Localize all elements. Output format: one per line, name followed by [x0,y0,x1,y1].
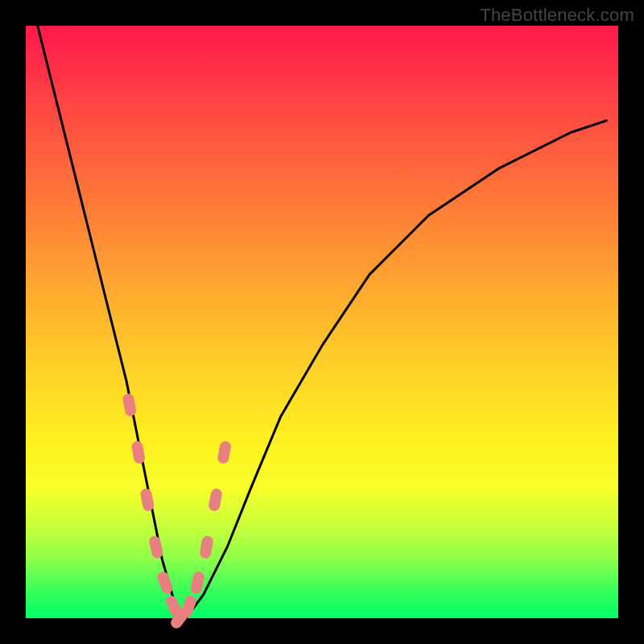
plot-area [26,26,618,618]
highlight-marker [189,571,205,596]
highlight-marker [122,393,137,417]
highlight-marker [217,440,232,464]
highlight-marker [208,488,223,512]
highlight-marker [139,488,155,512]
bottleneck-curve [38,26,607,618]
highlight-marker [199,535,214,559]
highlight-marker [130,440,146,464]
highlight-markers [122,393,232,630]
attribution-text: TheBottleneck.com [480,5,634,26]
chart-svg [26,26,618,618]
highlight-marker [148,535,164,559]
bottleneck-curve-path [38,26,607,618]
chart-frame: TheBottleneck.com [0,0,644,644]
